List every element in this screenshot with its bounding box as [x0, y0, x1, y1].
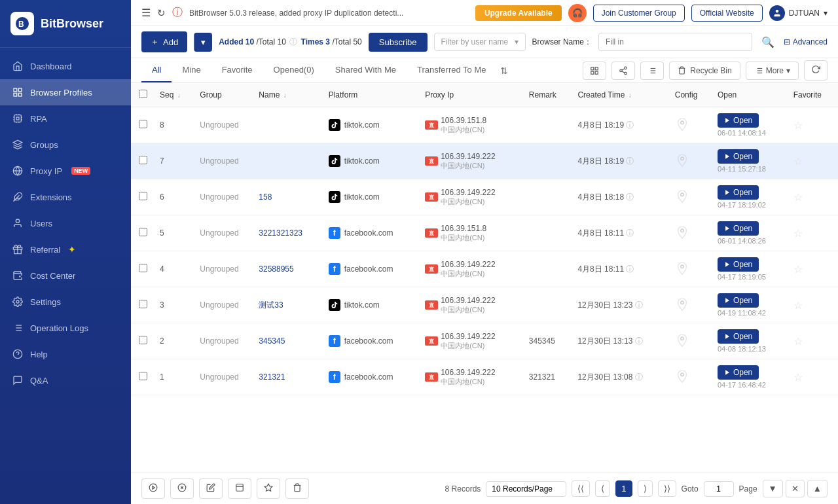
info-icon[interactable]: ⓘ [635, 336, 643, 346]
tab-shared[interactable]: Shared With Me [325, 58, 407, 82]
last-page-button[interactable]: ⟩⟩ [658, 480, 676, 497]
open-button[interactable]: Open [718, 365, 759, 380]
row-checkbox[interactable] [139, 228, 147, 236]
info-icon[interactable]: ⓘ [626, 156, 634, 166]
open-button[interactable]: Open [718, 221, 759, 236]
goto-input[interactable] [704, 481, 734, 497]
row-checkbox[interactable] [139, 336, 147, 344]
favorite-star[interactable]: ☆ [793, 300, 803, 311]
favorite-star[interactable]: ☆ [793, 336, 803, 347]
open-button[interactable]: Open [718, 257, 759, 272]
sidebar-item-proxy-ip[interactable]: Proxy IP NEW [0, 158, 131, 184]
info-icon[interactable]: ⓘ [626, 120, 634, 130]
favorite-star[interactable]: ☆ [793, 264, 803, 275]
th-group[interactable]: Group [194, 83, 253, 107]
upgrade-button[interactable]: Upgrade Available [475, 5, 562, 21]
add-button[interactable]: ＋ Add [141, 31, 187, 52]
select-all-checkbox[interactable] [139, 90, 147, 98]
sidebar-item-extensions[interactable]: Extensions [0, 184, 131, 210]
th-created-time[interactable]: Created Time ↓ [572, 83, 669, 107]
th-config[interactable]: Config [670, 83, 712, 107]
profile-name-link[interactable]: 345345 [259, 336, 285, 346]
refresh-table-button[interactable] [804, 60, 828, 81]
th-remark[interactable]: Remark [524, 83, 573, 107]
advanced-button[interactable]: ⊟ Advanced [784, 37, 828, 46]
sidebar-item-settings[interactable]: Settings [0, 289, 131, 315]
next-page-button[interactable]: ⟩ [638, 480, 653, 497]
th-proxy-ip[interactable]: Proxy Ip [420, 83, 524, 107]
pag-down-button[interactable]: ▼ [763, 480, 783, 497]
info-icon[interactable]: ⓘ [626, 264, 634, 274]
browser-name-input[interactable] [598, 33, 752, 51]
grid-view-button[interactable] [583, 62, 606, 80]
sidebar-item-qa[interactable]: Q&A [0, 367, 131, 393]
tab-opened[interactable]: Opened(0) [263, 58, 325, 82]
share-button[interactable] [611, 62, 635, 80]
sidebar-item-help[interactable]: Help [0, 341, 131, 367]
sidebar-item-dashboard[interactable]: Dashboard [0, 53, 131, 79]
support-icon[interactable]: 🎧 [568, 4, 587, 22]
th-name[interactable]: Name ↓ [253, 83, 323, 107]
bottom-action-1[interactable] [141, 478, 165, 499]
profile-name-link[interactable]: 158 [259, 192, 272, 202]
info-icon[interactable]: ⓘ [626, 228, 634, 238]
sidebar-item-referral[interactable]: Referral ✦ [0, 236, 131, 262]
info-icon[interactable]: ⓘ [635, 300, 643, 310]
bottom-action-delete[interactable] [285, 478, 309, 499]
fingerprint-icon[interactable] [675, 117, 689, 132]
search-icon[interactable]: 🔍 [759, 33, 777, 51]
favorite-star[interactable]: ☆ [793, 228, 803, 239]
sidebar-item-cost-center[interactable]: Cost Center [0, 262, 131, 289]
open-button[interactable]: Open [718, 113, 759, 128]
row-checkbox[interactable] [139, 300, 147, 308]
customer-group-button[interactable]: Join Customer Group [593, 5, 685, 22]
open-button[interactable]: Open [718, 329, 759, 344]
bottom-action-4[interactable] [228, 478, 251, 499]
fingerprint-icon[interactable] [675, 225, 689, 240]
prev-page-button[interactable]: ⟨ [595, 480, 610, 497]
row-checkbox[interactable] [139, 156, 147, 164]
favorite-star[interactable]: ☆ [793, 156, 803, 167]
open-button[interactable]: Open [718, 149, 759, 164]
first-page-button[interactable]: ⟨⟨ [572, 480, 590, 497]
tab-favorite[interactable]: Favorite [211, 58, 263, 82]
row-checkbox[interactable] [139, 372, 147, 380]
info-icon[interactable]: ⓘ [626, 192, 634, 202]
th-seq[interactable]: Seq ↓ [155, 83, 194, 107]
sidebar-item-groups[interactable]: Groups [0, 132, 131, 158]
refresh-icon[interactable]: ↻ [157, 7, 166, 19]
fingerprint-icon[interactable] [675, 153, 689, 168]
page-1-button[interactable]: 1 [615, 480, 632, 497]
info-icon[interactable]: ⓘ [635, 372, 643, 382]
bottom-action-2[interactable] [170, 478, 194, 499]
open-button[interactable]: Open [718, 293, 759, 308]
open-button[interactable]: Open [718, 185, 759, 200]
fingerprint-icon[interactable] [675, 261, 689, 276]
fingerprint-icon[interactable] [675, 369, 689, 384]
pag-close-button[interactable]: ✕ [786, 480, 805, 497]
user-dropdown-icon[interactable]: ▾ [824, 9, 828, 18]
recycle-bin-button[interactable]: Recycle Bin [669, 62, 740, 80]
th-open[interactable]: Open [712, 83, 788, 107]
profile-name-link[interactable]: 321321 [259, 372, 285, 382]
favorite-star[interactable]: ☆ [793, 120, 803, 131]
profile-name-link[interactable]: 测试33 [259, 300, 283, 310]
favorite-star[interactable]: ☆ [793, 192, 803, 203]
row-checkbox[interactable] [139, 192, 147, 200]
sidebar-item-rpa[interactable]: RPA [0, 105, 131, 132]
official-website-button[interactable]: Official Website [691, 5, 763, 22]
th-favorite[interactable]: Favorite [788, 83, 838, 107]
sidebar-item-operation-logs[interactable]: Operation Logs [0, 315, 131, 341]
favorite-star[interactable]: ☆ [793, 372, 803, 383]
more-button[interactable]: More ▾ [746, 62, 799, 80]
bottom-action-5[interactable] [257, 478, 280, 499]
tab-all[interactable]: All [141, 58, 172, 82]
fingerprint-icon[interactable] [675, 297, 689, 312]
row-checkbox[interactable] [139, 264, 147, 272]
tab-transferred[interactable]: Transferred To Me [407, 58, 497, 82]
bottom-action-3[interactable] [199, 478, 223, 499]
sidebar-item-users[interactable]: Users [0, 210, 131, 236]
th-platform[interactable]: Platform [323, 83, 420, 107]
row-checkbox[interactable] [139, 120, 147, 128]
per-page-select[interactable]: 10 Records/Page 20 Records/Page 50 Recor… [486, 481, 566, 497]
